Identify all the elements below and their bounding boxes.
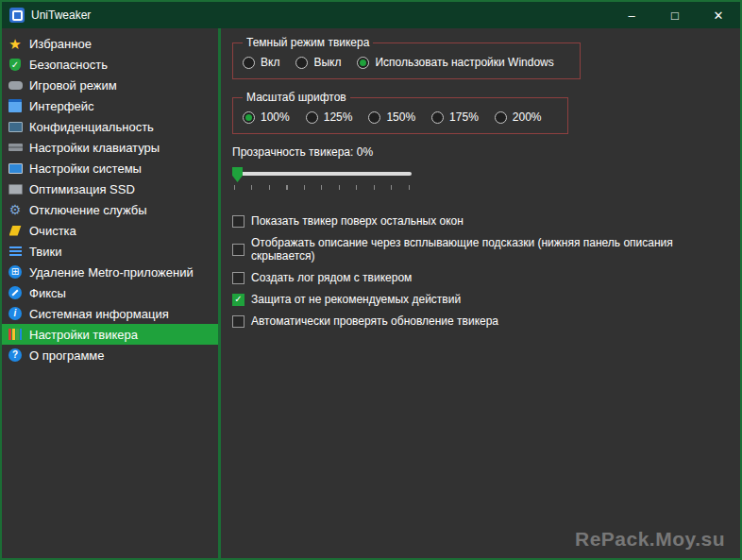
transparency-slider[interactable] [232, 166, 412, 181]
transparency-label: Прозрачность твикера: 0% [232, 145, 729, 159]
sidebar-item-label: Оптимизация SSD [29, 182, 135, 196]
checkbox-protection[interactable]: Защита от не рекомендуемых действий [232, 293, 729, 306]
keyboard-icon [8, 144, 23, 151]
radio-label: Выкл [313, 56, 341, 69]
sidebar-item-keyboard-settings[interactable]: Настройки клавиатуры [2, 137, 218, 158]
checkbox-always-on-top[interactable]: Показать твикер поверх остальных окон [232, 214, 729, 228]
ssd-icon [8, 184, 23, 195]
radio-label: Вкл [261, 56, 279, 69]
radio-icon [431, 111, 444, 124]
sidebar-item-cleanup[interactable]: Очистка [2, 220, 218, 241]
options-checklist: Показать твикер поверх остальных окон От… [232, 214, 729, 328]
radio-icon [243, 111, 255, 124]
sidebar: Избранное Безопасность Игровой режим Инт… [2, 28, 221, 558]
radio-dark-off[interactable]: Выкл [295, 56, 341, 69]
sidebar-item-label: Системная информация [29, 307, 169, 321]
sidebar-item-system-settings[interactable]: Настройки системы [2, 158, 218, 178]
radio-label: 200% [513, 110, 542, 124]
radio-icon [295, 57, 308, 69]
radio-label: 175% [449, 110, 479, 124]
sidebar-item-metro-apps-removal[interactable]: Удаление Metro-приложений [2, 262, 218, 282]
sidebar-item-label: Настройки твикера [29, 328, 138, 342]
monitor-icon [8, 122, 23, 132]
sidebar-item-system-info[interactable]: Системная информация [2, 303, 218, 324]
radio-icon [368, 111, 380, 124]
sidebar-item-label: Конфиденциальность [29, 120, 154, 134]
shield-check-icon [9, 59, 21, 71]
sliders-icon [8, 329, 22, 340]
minimize-button[interactable]: – [610, 2, 653, 28]
dark-mode-group: Темный режим твикера Вкл Выкл Использова… [232, 36, 581, 79]
checkbox-label: Защита от не рекомендуемых действий [251, 293, 461, 306]
sidebar-item-label: Безопасность [29, 58, 108, 72]
sidebar-item-label: Фиксы [29, 286, 66, 300]
sidebar-item-label: Настройки системы [29, 161, 142, 176]
wrench-icon [8, 286, 22, 299]
sidebar-item-label: Твики [29, 245, 62, 259]
sidebar-item-label: Интерфейс [29, 99, 93, 113]
checkbox-tooltips-description[interactable]: Отображать описание через всплывающие по… [232, 236, 729, 263]
main-content: Темный режим твикера Вкл Выкл Использова… [221, 28, 740, 558]
checkbox-label: Отображать описание через всплывающие по… [251, 236, 729, 263]
sidebar-item-favorites[interactable]: Избранное [2, 33, 218, 54]
list-icon [9, 246, 22, 257]
sidebar-item-label: О программе [29, 348, 105, 363]
sidebar-item-security[interactable]: Безопасность [2, 54, 218, 75]
font-scale-group-title: Масштаб шрифтов [243, 91, 350, 104]
slider-ticks [234, 185, 410, 190]
sidebar-item-about[interactable]: О программе [2, 345, 218, 365]
sidebar-item-tweaks[interactable]: Твики [2, 241, 218, 262]
checkbox-label: Создать лог рядом с твикером [251, 271, 412, 284]
radio-scale-150[interactable]: 150% [368, 110, 415, 124]
font-scale-group: Масштаб шрифтов 100% 125% 150% [232, 91, 568, 134]
sidebar-item-services[interactable]: Отключение службы [2, 199, 218, 220]
titlebar: UniTweaker – □ ✕ [2, 2, 740, 28]
broom-icon [9, 226, 22, 236]
checkbox-icon [232, 294, 245, 306]
sidebar-item-tweaker-settings[interactable]: Настройки твикера [2, 324, 218, 345]
radio-dark-on[interactable]: Вкл [243, 56, 279, 69]
dark-mode-group-title: Темный режим твикера [243, 36, 373, 49]
checkbox-icon [232, 272, 245, 284]
sidebar-item-label: Удаление Metro-приложений [29, 265, 194, 280]
sidebar-item-game-mode[interactable]: Игровой режим [2, 75, 218, 95]
radio-dark-windows[interactable]: Использовать настройки Windows [357, 56, 553, 69]
radio-label: Использовать настройки Windows [375, 56, 553, 69]
window-title: UniTweaker [31, 8, 610, 22]
radio-label: 150% [386, 110, 415, 124]
radio-icon [495, 111, 507, 124]
radio-icon [306, 111, 318, 124]
slider-thumb[interactable] [232, 167, 243, 182]
gear-icon [8, 202, 23, 217]
sidebar-item-label: Избранное [29, 37, 92, 51]
radio-scale-125[interactable]: 125% [306, 110, 353, 124]
sidebar-item-ssd-optimization[interactable]: Оптимизация SSD [2, 178, 218, 199]
info-icon [8, 307, 22, 320]
radio-scale-200[interactable]: 200% [495, 110, 542, 124]
maximize-button[interactable]: □ [653, 2, 697, 28]
checkbox-label: Автоматически проверять обновление твике… [251, 314, 498, 328]
radio-icon [357, 57, 369, 69]
checkbox-icon [232, 244, 245, 256]
gamepad-icon [8, 81, 23, 90]
radio-icon [243, 57, 255, 69]
checkbox-create-log[interactable]: Создать лог рядом с твикером [232, 271, 729, 284]
sidebar-item-privacy[interactable]: Конфиденциальность [2, 116, 218, 137]
slider-track[interactable] [232, 172, 412, 176]
metro-icon [8, 265, 22, 279]
window-icon [8, 99, 22, 112]
radio-scale-175[interactable]: 175% [431, 110, 479, 124]
watermark: RePack.Moy.su [575, 528, 725, 551]
app-window: UniTweaker – □ ✕ Избранное Безопасность … [0, 0, 742, 560]
sidebar-item-interface[interactable]: Интерфейс [2, 95, 218, 116]
close-button[interactable]: ✕ [697, 2, 740, 28]
sidebar-item-label: Отключение службы [29, 203, 147, 217]
radio-scale-100[interactable]: 100% [243, 110, 290, 124]
sidebar-item-fixes[interactable]: Фиксы [2, 282, 218, 303]
checkbox-icon [232, 215, 245, 228]
checkbox-label: Показать твикер поверх остальных окон [251, 214, 464, 228]
checkbox-auto-update[interactable]: Автоматически проверять обновление твике… [232, 314, 729, 328]
sidebar-item-label: Настройки клавиатуры [29, 141, 160, 155]
system-monitor-icon [8, 163, 23, 174]
radio-label: 100% [261, 110, 290, 124]
